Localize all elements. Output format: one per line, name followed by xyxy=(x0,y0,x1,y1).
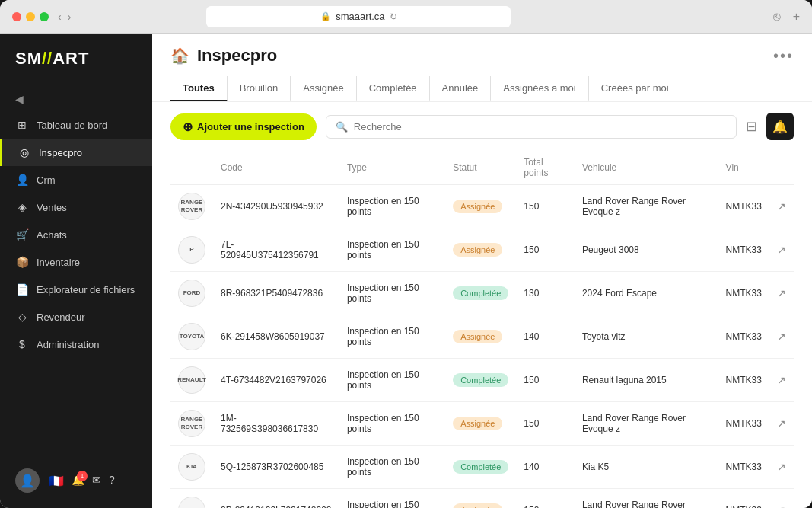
type-cell: Inspection en 150 points xyxy=(339,272,445,315)
sidebar-item-ventes[interactable]: ◈ Ventes xyxy=(0,193,152,221)
user-icon: 👤 xyxy=(15,174,29,186)
help-icon[interactable]: ? xyxy=(109,474,115,488)
mail-icon[interactable]: ✉ xyxy=(92,474,101,488)
table-row: RENAULT 4T-6734482V2163797026 Inspection… xyxy=(170,359,794,402)
inventory-icon: 📦 xyxy=(15,256,29,268)
dollar-icon: $ xyxy=(15,338,29,350)
sidebar-item-tableau-de-bord[interactable]: ⊞ Tableau de bord xyxy=(0,111,152,139)
sidebar-item-explorateur[interactable]: 📄 Explorateur de fichiers xyxy=(0,276,152,303)
brand-logo: RANGE ROVER xyxy=(178,193,205,220)
flag-icon[interactable]: 🇫🇷 xyxy=(49,474,64,488)
reload-icon[interactable]: ↻ xyxy=(390,11,397,22)
share-icon[interactable]: ⎋ xyxy=(773,10,781,24)
brand-logo-cell: KIA xyxy=(170,446,213,489)
tab-creees-par-moi[interactable]: Creées par moi xyxy=(589,76,681,101)
expand-icon[interactable]: ↗ xyxy=(777,417,786,430)
add-button-label: Ajouter une inspection xyxy=(197,121,304,133)
cart-icon: 🛒 xyxy=(15,228,29,241)
tab-assignees-a-moi[interactable]: Assignées a moi xyxy=(491,76,588,101)
sidebar-collapse-button[interactable]: ◀ xyxy=(0,87,152,111)
expand-icon[interactable]: ↗ xyxy=(777,331,786,343)
actions-cell: ↗ xyxy=(769,446,794,489)
code-cell: 4T-6734482V2163797026 xyxy=(213,359,339,402)
status-badge: Assignée xyxy=(453,330,502,343)
statut-cell: Completée xyxy=(445,359,516,402)
tab-annulee[interactable]: Annulée xyxy=(430,76,492,101)
statut-cell: Completée xyxy=(445,446,516,489)
type-cell: Inspection en 150 points xyxy=(339,446,445,489)
vin-cell: NMTK33 xyxy=(718,359,769,402)
inspect-icon: ◎ xyxy=(18,146,31,158)
col-statut: Statut xyxy=(445,151,516,185)
vin-cell: NMTK33 xyxy=(718,402,769,446)
tab-brouillon[interactable]: Brouillon xyxy=(228,76,291,101)
sidebar-item-label: Revendeur xyxy=(37,312,85,323)
tab-completee[interactable]: Completée xyxy=(357,76,430,101)
sidebar-item-inspecpro[interactable]: ◎ Inspecpro xyxy=(0,139,152,166)
sidebar-item-label: Administration xyxy=(37,339,99,350)
statut-cell: Assignée xyxy=(445,315,516,359)
expand-icon[interactable]: ↗ xyxy=(777,374,786,386)
expand-icon[interactable]: ↗ xyxy=(777,504,786,508)
code-cell: 2N-434290U5930945932 xyxy=(213,185,339,228)
close-button[interactable] xyxy=(12,12,21,21)
vehicule-cell: Land Rover Range Rover Evoque z xyxy=(575,402,718,446)
total-points-cell: 150 xyxy=(516,402,575,446)
search-input[interactable] xyxy=(354,121,727,133)
total-points-cell: 140 xyxy=(516,315,575,359)
total-points-cell: 130 xyxy=(516,272,575,315)
diamond-icon: ◇ xyxy=(15,311,29,323)
code-cell: 8R-968321P5409472836 xyxy=(213,272,339,315)
brand-logo: TOYOTA xyxy=(178,323,205,350)
vehicule-cell: Kia K5 xyxy=(575,446,718,489)
sidebar-item-achats[interactable]: 🛒 Achats xyxy=(0,221,152,248)
status-badge: Assignée xyxy=(453,503,502,508)
statut-cell: Assignée xyxy=(445,489,516,509)
code-cell: 6K-291458W8605919037 xyxy=(213,315,339,359)
notification-wrapper: 🔔 1 xyxy=(72,474,84,488)
status-badge: Completée xyxy=(453,460,508,474)
sidebar-item-inventaire[interactable]: 📦 Inventaire xyxy=(0,248,152,276)
maximize-button[interactable] xyxy=(40,12,49,21)
add-inspection-button[interactable]: ⊕ Ajouter une inspection xyxy=(170,113,317,140)
code-cell: 1M-732569S398036617830 xyxy=(213,402,339,446)
expand-icon[interactable]: ↗ xyxy=(777,287,786,299)
back-button[interactable]: ‹ xyxy=(58,11,62,23)
more-options-button[interactable]: ••• xyxy=(773,47,794,65)
sidebar-item-crm[interactable]: 👤 Crm xyxy=(0,166,152,193)
expand-icon[interactable]: ↗ xyxy=(777,244,786,256)
vehicule-cell: Peugeot 3008 xyxy=(575,228,718,272)
notification-badge: 1 xyxy=(77,471,88,481)
vin-cell: NMTK33 xyxy=(718,489,769,509)
user-avatar[interactable]: 👤 xyxy=(15,468,40,493)
actions-cell: ↗ xyxy=(769,402,794,446)
type-cell: Inspection en 150 points xyxy=(339,489,445,509)
bell-icon-header: 🔔 xyxy=(772,120,788,134)
newtab-icon[interactable]: + xyxy=(793,10,800,24)
sidebar-item-revendeur[interactable]: ◇ Revendeur xyxy=(0,303,152,331)
expand-icon[interactable]: ↗ xyxy=(777,200,786,212)
actions-cell: ↗ xyxy=(769,359,794,402)
expand-icon[interactable]: ↗ xyxy=(777,461,786,473)
total-points-cell: 150 xyxy=(516,185,575,228)
plus-circle-icon: ⊕ xyxy=(183,120,193,134)
status-badge: Assignée xyxy=(453,417,502,430)
page-title: 🏠 Inspecpro xyxy=(170,46,277,65)
notification-button[interactable]: 🔔 xyxy=(766,113,794,140)
sidebar-nav: ⊞ Tableau de bord ◎ Inspecpro 👤 Crm ◈ Ve… xyxy=(0,111,152,461)
browser-content: SM//ART ◀ ⊞ Tableau de bord ◎ Inspecpro … xyxy=(0,34,812,508)
minimize-button[interactable] xyxy=(26,12,35,21)
sidebar-item-administration[interactable]: $ Administration xyxy=(0,331,152,358)
tab-assignee[interactable]: Assignée xyxy=(291,76,356,101)
filter-icon: ⊟ xyxy=(746,119,757,134)
browser-window: ‹ › 🔒 smaaart.ca ↻ ⎋ + SM//ART ◀ ⊞ Table… xyxy=(0,0,812,508)
tab-toutes[interactable]: Toutes xyxy=(170,76,228,101)
col-actions xyxy=(769,151,794,185)
actions-cell: ↗ xyxy=(769,272,794,315)
filter-button[interactable]: ⊟ xyxy=(746,118,757,135)
address-bar[interactable]: 🔒 smaaart.ca ↻ xyxy=(206,6,511,27)
forward-button[interactable]: › xyxy=(68,11,72,23)
total-points-cell: 140 xyxy=(516,446,575,489)
brand-logo: RANGE ROVER xyxy=(178,410,205,437)
actions-cell: ↗ xyxy=(769,228,794,272)
